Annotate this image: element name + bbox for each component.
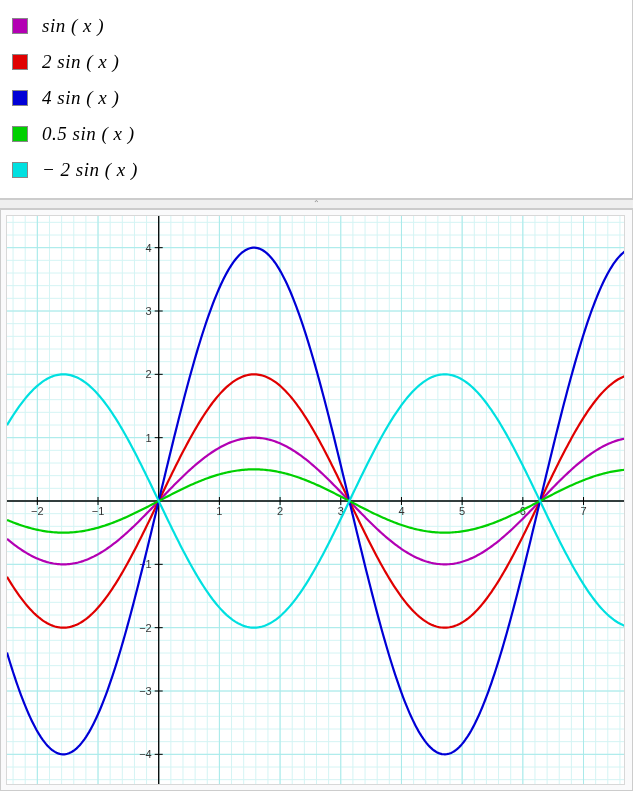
x-tick-label: −1 [92,505,105,517]
legend-label: 0.5 sin ( x ) [42,123,135,145]
y-tick-label: 2 [146,368,152,380]
legend-swatch [12,162,28,178]
y-tick-label: 3 [146,305,152,317]
x-tick-label: 4 [398,505,404,517]
legend-label: − 2 sin ( x ) [42,159,138,181]
y-tick-label: −3 [139,685,152,697]
legend-label: sin ( x ) [42,15,104,37]
legend-swatch [12,90,28,106]
x-tick-label: 2 [277,505,283,517]
x-tick-label: 1 [216,505,222,517]
legend-panel: sin ( x )2 sin ( x )4 sin ( x )0.5 sin (… [0,0,633,199]
legend-item[interactable]: 2 sin ( x ) [12,44,620,80]
legend-swatch [12,54,28,70]
chart-svg: −2−11234567−4−3−2−11234 [7,216,625,785]
y-tick-label: −4 [139,748,152,760]
y-tick-label: −2 [139,622,152,634]
legend-item[interactable]: 0.5 sin ( x ) [12,116,620,152]
legend-label: 4 sin ( x ) [42,87,119,109]
legend-label: 2 sin ( x ) [42,51,119,73]
legend-item[interactable]: − 2 sin ( x ) [12,152,620,188]
panel-divider-handle[interactable]: ⌃ [0,199,633,209]
y-tick-label: 1 [146,432,152,444]
y-tick-label: 4 [146,242,152,254]
legend-item[interactable]: 4 sin ( x ) [12,80,620,116]
x-tick-label: 5 [459,505,465,517]
legend-item[interactable]: sin ( x ) [12,8,620,44]
x-tick-label: −2 [31,505,44,517]
legend-swatch [12,126,28,142]
x-tick-label: 7 [580,505,586,517]
legend-swatch [12,18,28,34]
plot-area[interactable]: −2−11234567−4−3−2−11234 [6,215,625,785]
plot-panel: −2−11234567−4−3−2−11234 [0,209,633,791]
